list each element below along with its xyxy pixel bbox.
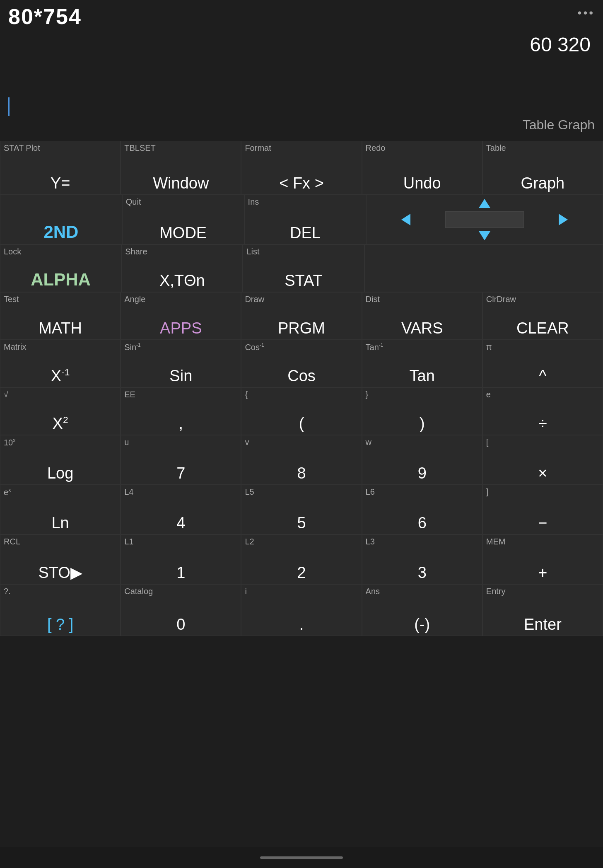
key-multiply[interactable]: [ × bbox=[482, 435, 603, 485]
key-log-primary: Log bbox=[47, 465, 73, 481]
key-1[interactable]: L1 1 bbox=[121, 534, 241, 584]
key-plus[interactable]: MEM + bbox=[482, 534, 603, 584]
keyboard-row-0: STAT Plot Y= TBLSET Window Format < Fx >… bbox=[0, 141, 603, 195]
key-7[interactable]: u 7 bbox=[121, 435, 241, 485]
key-neg[interactable]: Ans (-) bbox=[362, 584, 482, 636]
key-minus-secondary: ] bbox=[486, 488, 489, 496]
key-2[interactable]: L2 2 bbox=[241, 534, 362, 584]
arrow-up-icon bbox=[479, 199, 490, 208]
key-clear-secondary: ClrDraw bbox=[486, 295, 516, 303]
key-clear-primary: CLEAR bbox=[516, 320, 569, 336]
key-dot-secondary: i bbox=[245, 587, 246, 595]
key-divide[interactable]: e ÷ bbox=[482, 387, 603, 435]
key-apps-secondary: Angle bbox=[124, 295, 145, 303]
key-3[interactable]: L3 3 bbox=[362, 534, 482, 584]
key-sto[interactable]: RCL STO▶ bbox=[0, 534, 121, 584]
key-enter-primary: Enter bbox=[524, 617, 562, 632]
key-mode-secondary: Quit bbox=[126, 198, 141, 206]
key-5[interactable]: L5 5 bbox=[241, 485, 362, 534]
key-graph[interactable]: Table Graph bbox=[482, 141, 603, 195]
key-5-primary: 5 bbox=[297, 515, 306, 531]
nav-down-button[interactable] bbox=[445, 228, 524, 244]
key-undo[interactable]: Redo Undo bbox=[362, 141, 482, 195]
key-rparen-secondary: } bbox=[366, 390, 369, 399]
key-2nd-primary: 2ND bbox=[43, 223, 78, 241]
arrow-down-icon bbox=[479, 231, 490, 240]
nav-up-button[interactable] bbox=[445, 195, 524, 211]
key-0[interactable]: Catalog 0 bbox=[121, 584, 241, 636]
key-xinv[interactable]: Matrix X-1 bbox=[0, 340, 121, 387]
key-minus[interactable]: ] − bbox=[482, 485, 603, 534]
table-graph-label: Table Graph bbox=[523, 115, 595, 135]
key-7-secondary: u bbox=[124, 438, 129, 446]
key-cos-primary: Cos bbox=[287, 368, 316, 384]
key-7-primary: 7 bbox=[176, 465, 185, 481]
key-rparen[interactable]: } ) bbox=[362, 387, 482, 435]
key-9[interactable]: w 9 bbox=[362, 435, 482, 485]
key-window[interactable]: TBLSET Window bbox=[121, 141, 241, 195]
key-log-secondary: 10x bbox=[4, 438, 15, 447]
key-ln[interactable]: ex Ln bbox=[0, 485, 121, 534]
key-help[interactable]: ?. [ ? ] bbox=[0, 584, 121, 636]
key-math[interactable]: Test MATH bbox=[0, 292, 121, 340]
key-log[interactable]: 10x Log bbox=[0, 435, 121, 485]
key-apps-primary: APPS bbox=[160, 320, 202, 336]
key-alpha-secondary: Lock bbox=[4, 247, 21, 256]
display-result: 60 320 bbox=[8, 33, 595, 56]
key-enter[interactable]: Entry Enter bbox=[482, 584, 603, 636]
key-cos[interactable]: Cos-1 Cos bbox=[241, 340, 362, 387]
home-indicator[interactable] bbox=[260, 856, 343, 859]
key-mode[interactable]: Quit MODE bbox=[122, 195, 244, 244]
key-stat[interactable]: List STAT bbox=[243, 244, 364, 292]
key-8-primary: 8 bbox=[297, 465, 306, 481]
keyboard-row-4: Matrix X-1 Sin-1 Sin Cos-1 Cos Tan-1 Tan… bbox=[0, 340, 603, 387]
key-sin[interactable]: Sin-1 Sin bbox=[121, 340, 241, 387]
key-alpha[interactable]: Lock ALPHA bbox=[0, 244, 121, 292]
key-lparen[interactable]: { ( bbox=[241, 387, 362, 435]
key-comma[interactable]: EE , bbox=[121, 387, 241, 435]
keyboard-row-7: ex Ln L4 4 L5 5 L6 6 ] − bbox=[0, 485, 603, 534]
key-dot[interactable]: i . bbox=[241, 584, 362, 636]
key-divide-primary: ÷ bbox=[538, 416, 547, 431]
key-comma-secondary: EE bbox=[124, 390, 135, 399]
nav-center-button[interactable] bbox=[445, 211, 524, 227]
key-9-primary: 9 bbox=[418, 465, 427, 481]
key-graph-secondary: Table bbox=[486, 144, 506, 152]
key-xsq[interactable]: √ X2 bbox=[0, 387, 121, 435]
key-math-secondary: Test bbox=[4, 295, 19, 303]
keyboard-row-2: Lock ALPHA Share X,TΘn List STAT bbox=[0, 244, 603, 292]
key-undo-secondary: Redo bbox=[366, 144, 386, 152]
key-2nd[interactable]: 2ND bbox=[0, 195, 122, 244]
key-tan-secondary: Tan-1 bbox=[366, 343, 384, 351]
key-clear[interactable]: ClrDraw CLEAR bbox=[482, 292, 603, 340]
key-window-secondary: TBLSET bbox=[124, 144, 156, 152]
key-rparen-primary: ) bbox=[420, 416, 425, 431]
key-xtn[interactable]: Share X,TΘn bbox=[121, 244, 243, 292]
nav-right-button[interactable] bbox=[524, 211, 603, 227]
key-tan[interactable]: Tan-1 Tan bbox=[362, 340, 482, 387]
key-tan-primary: Tan bbox=[410, 368, 435, 384]
key-vars[interactable]: Dist VARS bbox=[362, 292, 482, 340]
key-4[interactable]: L4 4 bbox=[121, 485, 241, 534]
key-neg-primary: (-) bbox=[414, 617, 430, 632]
key-y-equals[interactable]: STAT Plot Y= bbox=[0, 141, 121, 195]
key-6-primary: 6 bbox=[418, 515, 427, 531]
key-5-secondary: L5 bbox=[245, 488, 254, 496]
key-prgm-primary: PRGM bbox=[278, 320, 325, 336]
key-prgm[interactable]: Draw PRGM bbox=[241, 292, 362, 340]
key-4-secondary: L4 bbox=[124, 488, 133, 496]
key-vars-primary: VARS bbox=[401, 320, 443, 336]
key-ln-primary: Ln bbox=[51, 515, 69, 531]
key-0-primary: 0 bbox=[176, 617, 185, 632]
key-6[interactable]: L6 6 bbox=[362, 485, 482, 534]
nav-left-button[interactable] bbox=[367, 211, 445, 227]
key-fx[interactable]: Format < Fx > bbox=[241, 141, 362, 195]
dots-menu[interactable]: ••• bbox=[578, 6, 595, 19]
key-8[interactable]: v 8 bbox=[241, 435, 362, 485]
key-power[interactable]: π ^ bbox=[482, 340, 603, 387]
key-apps[interactable]: Angle APPS bbox=[121, 292, 241, 340]
key-2-secondary: L2 bbox=[245, 537, 254, 546]
key-del[interactable]: Ins DEL bbox=[244, 195, 367, 244]
key-xtn-primary: X,TΘn bbox=[159, 273, 205, 288]
bottom-bar bbox=[0, 847, 603, 868]
